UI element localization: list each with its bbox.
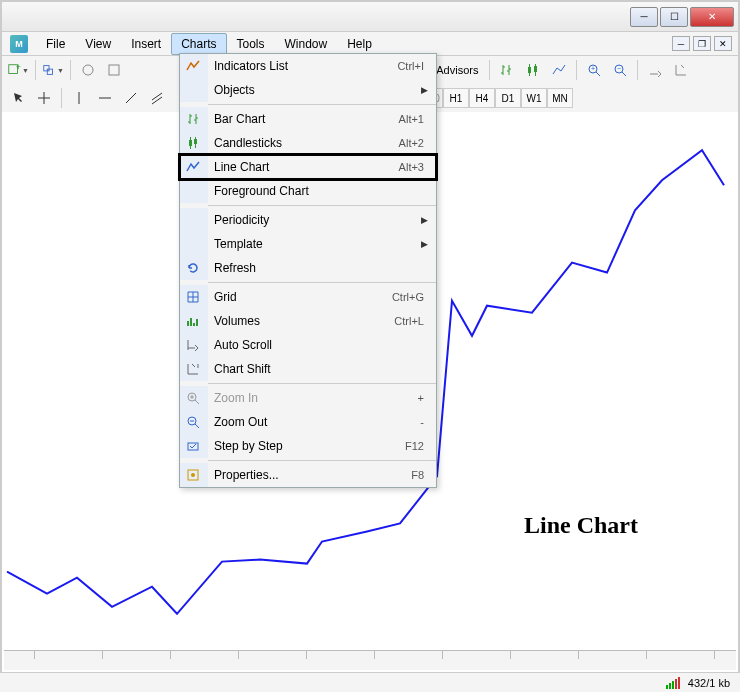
mdi-close-button[interactable]: ✕ xyxy=(714,36,732,51)
menu-charts[interactable]: Charts xyxy=(171,33,226,55)
vertical-line-button[interactable] xyxy=(67,87,91,109)
candlestick-button[interactable] xyxy=(521,59,545,81)
timeframe-mn[interactable]: MN xyxy=(547,88,573,108)
chartshift-toolbar-button[interactable] xyxy=(669,59,693,81)
menu-item-label: Periodicity xyxy=(214,213,436,227)
menu-item-refresh[interactable]: Refresh xyxy=(180,256,436,280)
market-watch-button[interactable] xyxy=(76,59,100,81)
menu-item-periodicity[interactable]: Periodicity▶ xyxy=(180,208,436,232)
menu-item-step-by-step[interactable]: Step by StepF12 xyxy=(180,434,436,458)
menu-item-template[interactable]: Template▶ xyxy=(180,232,436,256)
svg-line-30 xyxy=(195,400,199,404)
crosshair-button[interactable] xyxy=(32,87,56,109)
menu-separator xyxy=(208,282,436,283)
timeframe-h1[interactable]: H1 xyxy=(443,88,469,108)
mdi-restore-button[interactable]: ❐ xyxy=(693,36,711,51)
menu-item-chart-shift[interactable]: Chart Shift xyxy=(180,357,436,381)
charts-menu-dropdown: Indicators ListCtrl+IObjects▶Bar ChartAl… xyxy=(179,53,437,488)
menu-item-bar-chart[interactable]: Bar ChartAlt+1 xyxy=(180,107,436,131)
autoscroll-icon xyxy=(184,336,202,354)
svg-rect-2 xyxy=(44,66,49,71)
candlestick-icon xyxy=(184,134,202,152)
menu-item-label: Bar Chart xyxy=(214,112,399,126)
status-traffic: 432/1 kb xyxy=(688,677,730,689)
new-chart-button[interactable]: +▼ xyxy=(6,59,30,81)
app-icon: M xyxy=(10,35,28,53)
autoscroll-toolbar-button[interactable] xyxy=(643,59,667,81)
menu-view[interactable]: View xyxy=(75,33,121,55)
menu-item-shortcut: Alt+3 xyxy=(399,161,436,173)
navigator-button[interactable] xyxy=(102,59,126,81)
zoom-out-icon xyxy=(184,413,202,431)
menu-item-grid[interactable]: GridCtrl+G xyxy=(180,285,436,309)
menu-item-zoom-in: Zoom In+ xyxy=(180,386,436,410)
window-maximize-button[interactable]: ☐ xyxy=(660,7,688,27)
zoom-in-button[interactable]: + xyxy=(582,59,606,81)
refresh-icon xyxy=(184,259,202,277)
menu-item-label: Auto Scroll xyxy=(214,338,436,352)
indicators-icon xyxy=(184,57,202,75)
cursor-button[interactable] xyxy=(6,87,30,109)
menu-insert[interactable]: Insert xyxy=(121,33,171,55)
step-icon xyxy=(184,437,202,455)
menu-separator xyxy=(208,383,436,384)
menu-item-label: Zoom In xyxy=(214,391,418,405)
timeframe-d1[interactable]: D1 xyxy=(495,88,521,108)
menu-item-shortcut: + xyxy=(418,392,436,404)
menu-file[interactable]: File xyxy=(36,33,75,55)
menu-item-shortcut: F12 xyxy=(405,440,436,452)
menu-item-volumes[interactable]: VolumesCtrl+L xyxy=(180,309,436,333)
menu-item-candlesticks[interactable]: CandlesticksAlt+2 xyxy=(180,131,436,155)
svg-line-16 xyxy=(622,72,626,76)
line-chart-button[interactable] xyxy=(547,59,571,81)
svg-text:−: − xyxy=(617,65,621,72)
bar-chart-icon xyxy=(184,110,202,128)
menu-item-auto-scroll[interactable]: Auto Scroll xyxy=(180,333,436,357)
mdi-minimize-button[interactable]: ─ xyxy=(672,36,690,51)
menu-item-label: Chart Shift xyxy=(214,362,436,376)
horizontal-line-button[interactable] xyxy=(93,87,117,109)
svg-line-32 xyxy=(195,424,199,428)
menu-item-properties-[interactable]: Properties...F8 xyxy=(180,463,436,487)
zoom-out-button[interactable]: − xyxy=(608,59,632,81)
menu-help[interactable]: Help xyxy=(337,33,382,55)
menu-item-objects[interactable]: Objects▶ xyxy=(180,78,436,102)
svg-text:+: + xyxy=(16,62,21,72)
channel-button[interactable] xyxy=(145,87,169,109)
menu-item-shortcut: Ctrl+I xyxy=(397,60,436,72)
menu-item-line-chart[interactable]: Line ChartAlt+3 xyxy=(180,155,436,179)
menu-item-shortcut: F8 xyxy=(411,469,436,481)
svg-line-24 xyxy=(152,97,162,104)
menu-item-indicators-list[interactable]: Indicators ListCtrl+I xyxy=(180,54,436,78)
connection-signal-icon xyxy=(666,677,680,689)
svg-text:+: + xyxy=(591,65,595,72)
trendline-button[interactable] xyxy=(119,87,143,109)
blank-icon xyxy=(184,81,202,99)
svg-line-22 xyxy=(126,93,136,103)
chart-time-ruler xyxy=(4,650,736,670)
menu-item-shortcut: Ctrl+L xyxy=(394,315,436,327)
menu-item-label: Indicators List xyxy=(214,59,397,73)
blank-icon xyxy=(184,235,202,253)
submenu-arrow-icon: ▶ xyxy=(421,85,428,95)
timeframe-w1[interactable]: W1 xyxy=(521,88,547,108)
svg-line-23 xyxy=(152,93,162,100)
window-minimize-button[interactable]: ─ xyxy=(630,7,658,27)
menu-item-label: Foreground Chart xyxy=(214,184,436,198)
menu-tools[interactable]: Tools xyxy=(227,33,275,55)
svg-point-35 xyxy=(191,473,195,477)
menu-item-label: Zoom Out xyxy=(214,415,420,429)
menu-item-foreground-chart[interactable]: Foreground Chart xyxy=(180,179,436,203)
menu-item-shortcut: - xyxy=(420,416,436,428)
menu-item-zoom-out[interactable]: Zoom Out- xyxy=(180,410,436,434)
bar-chart-button[interactable] xyxy=(495,59,519,81)
blank-icon xyxy=(184,182,202,200)
chart-annotation-title: Line Chart xyxy=(524,512,638,539)
menu-window[interactable]: Window xyxy=(275,33,338,55)
timeframe-h4[interactable]: H4 xyxy=(469,88,495,108)
profiles-button[interactable]: ▼ xyxy=(41,59,65,81)
menu-item-label: Step by Step xyxy=(214,439,405,453)
window-close-button[interactable]: ✕ xyxy=(690,7,734,27)
svg-rect-5 xyxy=(109,65,119,75)
grid-icon xyxy=(184,288,202,306)
